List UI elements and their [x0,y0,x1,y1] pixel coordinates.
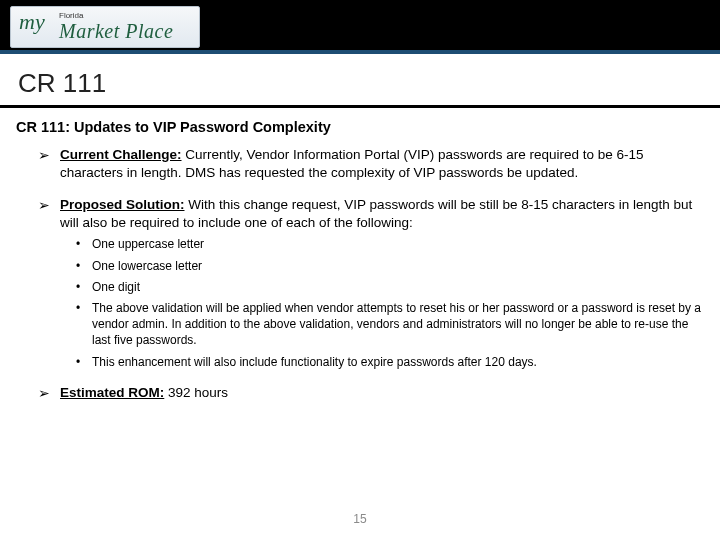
page-title: CR 111 [18,68,702,99]
bullet-proposed-solution: Proposed Solution: With this change requ… [38,196,704,370]
sub-bullet-list: One uppercase letter One lowercase lette… [60,236,704,369]
sub-bullet: One lowercase letter [74,258,704,274]
bullet-current-challenge: Current Challenge: Currently, Vendor Inf… [38,146,704,182]
logo-text-florida: Florida [59,11,83,20]
bullet-estimated-rom: Estimated ROM: 392 hours [38,384,704,402]
label-proposed-solution: Proposed Solution: [60,197,185,212]
page-number: 15 [0,512,720,526]
logo-text-my: my [19,9,45,35]
label-current-challenge: Current Challenge: [60,147,182,162]
section-title: CR 111: Updates to VIP Password Complexi… [16,118,704,138]
slide: my Florida Market Place CR 111 CR 111: U… [0,0,720,540]
label-estimated-rom: Estimated ROM: [60,385,164,400]
header-bar: my Florida Market Place [0,0,720,54]
sub-bullet: One digit [74,279,704,295]
body: CR 111: Updates to VIP Password Complexi… [0,108,720,402]
sub-bullet: The above validation will be applied whe… [74,300,704,349]
bullet-list: Current Challenge: Currently, Vendor Inf… [16,146,704,402]
sub-bullet: This enhancement will also include funct… [74,354,704,370]
text-estimated-rom: 392 hours [168,385,228,400]
logo-my-florida-marketplace: my Florida Market Place [10,6,200,48]
sub-bullet: One uppercase letter [74,236,704,252]
logo-text-marketplace: Market Place [59,20,173,43]
title-area: CR 111 [0,54,720,108]
